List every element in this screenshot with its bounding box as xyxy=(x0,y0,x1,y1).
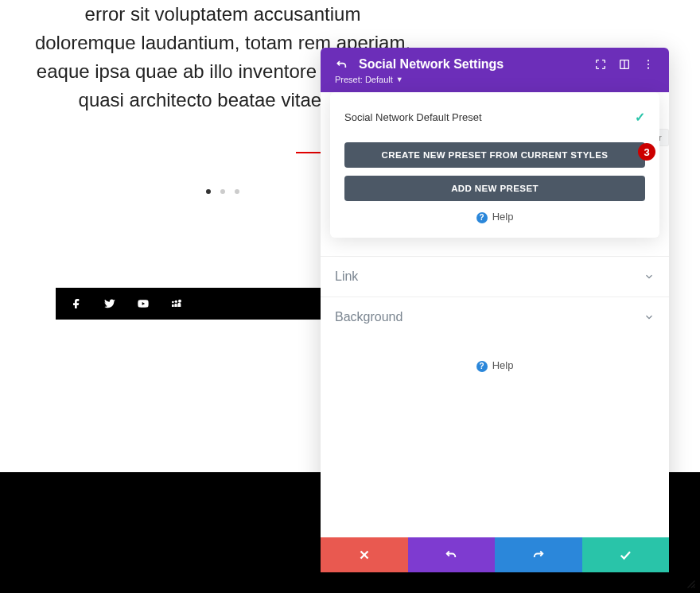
preset-dropdown-trigger[interactable]: Preset: Default ▼ xyxy=(335,75,655,84)
undo-button[interactable] xyxy=(408,537,496,572)
svg-point-9 xyxy=(648,68,649,69)
resize-handle-icon[interactable] xyxy=(684,577,698,591)
svg-point-1 xyxy=(175,300,177,303)
chevron-down-icon xyxy=(644,312,655,323)
settings-modal: Social Network Settings Preset: Default … xyxy=(321,48,669,572)
preset-popover: Social Network Default Preset ✓ CREATE N… xyxy=(330,92,659,238)
preset-current-name: Social Network Default Preset xyxy=(344,111,482,123)
svg-point-8 xyxy=(648,64,649,65)
caret-down-icon: ▼ xyxy=(396,76,403,83)
modal-title: Social Network Settings xyxy=(359,57,583,72)
svg-point-2 xyxy=(178,300,181,303)
add-preset-button[interactable]: ADD NEW PRESET xyxy=(344,176,645,201)
section-link[interactable]: Link xyxy=(321,256,669,296)
expand-icon[interactable] xyxy=(594,58,607,71)
carousel-dot[interactable] xyxy=(206,189,211,194)
svg-line-12 xyxy=(688,581,695,588)
svg-point-7 xyxy=(648,60,649,61)
help-icon: ? xyxy=(476,212,488,223)
facebook-icon[interactable] xyxy=(70,297,83,310)
annotation-step-badge: 3 xyxy=(638,143,655,161)
preset-current-row[interactable]: Social Network Default Preset ✓ xyxy=(344,107,645,142)
myspace-icon[interactable] xyxy=(170,297,183,310)
preset-label: Preset: Default xyxy=(335,75,393,84)
back-icon[interactable] xyxy=(335,58,348,71)
create-preset-button[interactable]: CREATE NEW PRESET FROM CURRENT STYLES xyxy=(344,142,645,168)
twitter-icon[interactable] xyxy=(103,297,116,310)
modal-header: Social Network Settings Preset: Default … xyxy=(321,48,669,92)
modal-help[interactable]: ?Help xyxy=(321,359,669,372)
section-background[interactable]: Background xyxy=(321,296,669,337)
section-background-label: Background xyxy=(335,310,402,324)
chevron-down-icon xyxy=(644,271,655,282)
help-icon: ? xyxy=(476,361,488,372)
svg-point-0 xyxy=(172,301,174,304)
youtube-icon[interactable] xyxy=(137,297,150,310)
kebab-icon[interactable] xyxy=(642,58,655,71)
modal-footer xyxy=(321,537,669,572)
confirm-button[interactable] xyxy=(582,537,670,572)
svg-line-14 xyxy=(694,587,695,588)
section-link-label: Link xyxy=(335,269,358,284)
cancel-button[interactable] xyxy=(321,537,408,572)
carousel-dot[interactable] xyxy=(235,189,239,194)
check-icon: ✓ xyxy=(635,110,645,125)
preset-help[interactable]: ?Help xyxy=(344,211,645,223)
carousel-dot[interactable] xyxy=(220,189,225,194)
columns-icon[interactable] xyxy=(618,58,631,71)
redo-button[interactable] xyxy=(495,537,582,572)
modal-body: er ⋮ Social Network Default Preset ✓ CRE… xyxy=(321,92,669,537)
